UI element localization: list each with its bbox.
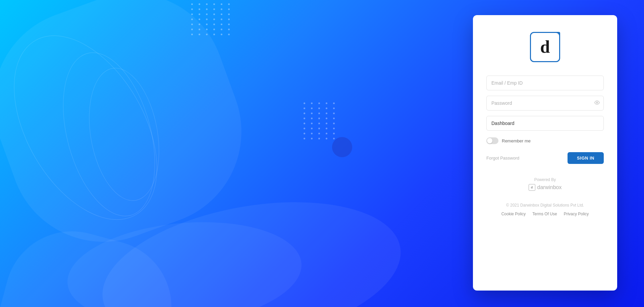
dot (221, 13, 222, 15)
dot (221, 34, 222, 35)
dot (191, 34, 193, 35)
blue-circle-accent (332, 137, 352, 157)
dot (333, 113, 335, 114)
dot (191, 18, 193, 20)
logo-container: d (530, 32, 560, 62)
email-field-wrapper (486, 76, 604, 90)
dot (191, 29, 193, 30)
dot (213, 13, 215, 15)
dashboard-field-wrapper (486, 116, 604, 131)
darwinbox-brand-name: darwinbox (537, 184, 562, 190)
dot (199, 24, 200, 25)
dot (311, 133, 313, 134)
dot (333, 133, 335, 134)
dot (311, 113, 313, 114)
dot (213, 34, 215, 35)
remember-me-toggle[interactable] (486, 137, 498, 144)
footer-link-2[interactable]: Privacy Policy (564, 212, 589, 216)
dot (326, 123, 327, 124)
dot (228, 3, 230, 5)
dot (199, 18, 200, 20)
dot (191, 3, 193, 5)
dot (213, 29, 215, 30)
dot (199, 13, 200, 15)
dot (318, 107, 320, 109)
dot (221, 24, 222, 25)
dot (326, 102, 327, 104)
sign-in-button[interactable]: SIGN IN (568, 152, 604, 164)
dot (228, 18, 230, 20)
dot (206, 13, 208, 15)
dot (318, 113, 320, 114)
dot (333, 128, 335, 129)
dot (213, 3, 215, 5)
dot (311, 123, 313, 124)
dot (311, 138, 313, 139)
forgot-password-link[interactable]: Forgot Password (486, 156, 519, 161)
dot (326, 107, 327, 109)
dot (221, 3, 222, 5)
dot (304, 138, 305, 139)
dot (199, 29, 200, 30)
darwinbox-logo: d darwinbox (529, 184, 562, 191)
email-input[interactable] (486, 76, 604, 90)
footer-link-1[interactable]: Terms Of Use (532, 212, 557, 216)
dot (206, 3, 208, 5)
action-row: Forgot Password SIGN IN (486, 152, 604, 164)
powered-by-label: Powered By (529, 177, 562, 182)
dot (326, 118, 327, 119)
dot (318, 133, 320, 134)
dot (191, 13, 193, 15)
darwinbox-icon: d (529, 184, 535, 191)
password-toggle-icon[interactable] (594, 100, 600, 106)
dot (311, 107, 313, 109)
dot (326, 128, 327, 129)
dot (191, 8, 193, 10)
login-card: d Reme (473, 15, 617, 291)
dot (304, 113, 305, 114)
dot (206, 29, 208, 30)
dot (326, 133, 327, 134)
dot (326, 138, 327, 139)
copyright-text: © 2021 Darwinbox Digital Solutions Pvt L… (506, 203, 584, 208)
footer-link-0[interactable]: Cookie Policy (501, 212, 526, 216)
footer-links: Cookie PolicyTerms Of UsePrivacy Policy (501, 212, 589, 216)
dot-grid-mid (300, 99, 340, 143)
dot (206, 18, 208, 20)
login-form: Remember me Forgot Password SIGN IN (486, 76, 604, 164)
dot (213, 18, 215, 20)
dot (221, 18, 222, 20)
dot (228, 8, 230, 10)
dot (333, 123, 335, 124)
dot (206, 34, 208, 35)
password-field-wrapper (486, 96, 604, 111)
dot (199, 34, 200, 35)
dot (228, 13, 230, 15)
password-input[interactable] (486, 96, 604, 111)
logo-letter: d (540, 38, 550, 56)
dot (304, 107, 305, 109)
dot (304, 118, 305, 119)
dot (206, 8, 208, 10)
dot (318, 128, 320, 129)
dot (213, 8, 215, 10)
dot (333, 118, 335, 119)
dot (191, 24, 193, 25)
logo-box: d (530, 32, 560, 62)
svg-point-0 (596, 102, 598, 103)
dot (311, 118, 313, 119)
dot-grid-top (188, 0, 235, 39)
dot (304, 123, 305, 124)
dot (221, 29, 222, 30)
remember-me-label: Remember me (502, 138, 531, 143)
dot (228, 29, 230, 30)
dot (333, 138, 335, 139)
dot (318, 123, 320, 124)
dot (221, 8, 222, 10)
dot (304, 133, 305, 134)
dot (228, 34, 230, 35)
remember-me-row: Remember me (486, 137, 604, 144)
dot (333, 102, 335, 104)
dot (326, 113, 327, 114)
dashboard-input[interactable] (486, 116, 604, 131)
